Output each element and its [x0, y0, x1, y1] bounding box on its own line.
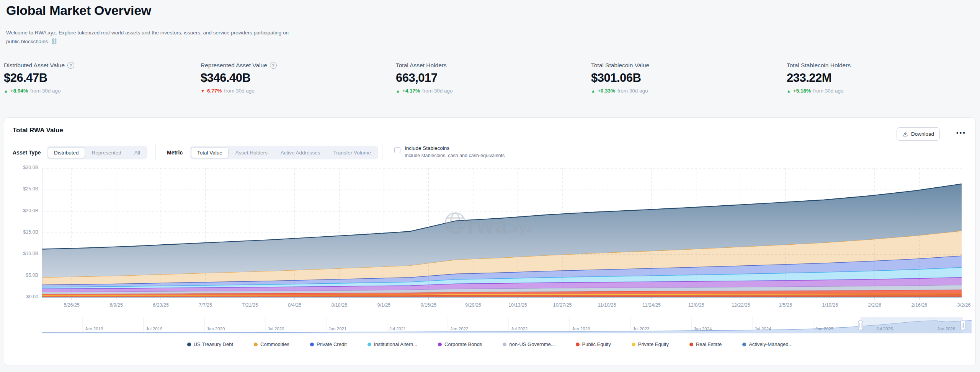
stat-distributed-asset-value: Distributed Asset Value ? $26.47B ▲ +8.9… — [4, 62, 195, 94]
x-axis-label: 3/2/26 — [957, 302, 971, 308]
minimap-label: Jan 2022 — [450, 327, 468, 331]
delta-arrow-icon: ▼ — [201, 89, 205, 93]
minimap-label: Jan 2024 — [694, 327, 712, 331]
stat-total-asset-holders: Total Asset Holders 663,017 ▲ +4.17% fro… — [396, 62, 587, 94]
info-icon[interactable]: ? — [270, 62, 277, 69]
stat-value: $301.06B — [591, 71, 782, 85]
legend-item-commodities[interactable]: Commodities — [254, 341, 289, 347]
x-axis-label: 7/21/25 — [242, 302, 258, 308]
legend-dot — [503, 343, 506, 346]
page-description: Welcome to RWA.xyz. Explore tokenized re… — [6, 28, 289, 46]
page-description-line1: Welcome to RWA.xyz. Explore tokenized re… — [6, 28, 289, 37]
option-transfer-volume[interactable]: Transfer Volume — [327, 147, 377, 158]
minimap-label: Jul 2025 — [876, 327, 893, 331]
stat-label: Total Stablecoin Holders — [787, 62, 851, 69]
stat-value: $346.40B — [201, 71, 392, 85]
stat-value: $26.47B — [4, 71, 195, 85]
include-stablecoins-checkbox[interactable] — [394, 147, 400, 153]
x-axis-label: 7/7/25 — [199, 302, 212, 308]
stat-label: Total Stablecoin Value — [591, 62, 649, 69]
delta-arrow-icon: ▲ — [4, 89, 8, 93]
x-axis-label: 8/4/25 — [288, 302, 301, 308]
legend-label: Public Equity — [582, 341, 611, 347]
minimap-label: Jul 2020 — [268, 327, 284, 331]
x-axis-label: 12/22/25 — [732, 302, 750, 308]
legend-label: Institutional Altern... — [374, 341, 417, 347]
delta-period: from 30d ago — [422, 88, 453, 94]
option-represented[interactable]: Represented — [86, 147, 127, 158]
legend-dot — [689, 343, 693, 346]
x-axis-label: 2/2/26 — [868, 302, 882, 308]
legend-dot — [438, 343, 442, 346]
legend-label: US Treasury Debt — [194, 341, 233, 347]
legend-dot — [310, 343, 314, 346]
legend-item-private-equity[interactable]: Private Equity — [632, 341, 669, 347]
delta-period: from 30d ago — [813, 88, 844, 94]
global-market-overview-page: Global Market Overview Welcome to RWA.xy… — [0, 0, 980, 372]
globe-icon — [443, 211, 467, 235]
legend-dot — [742, 343, 746, 346]
watermark-text: rwa — [467, 214, 508, 236]
asset-type-segmented-control: DistributedRepresentedAll — [47, 146, 147, 159]
legend-item-non-us-governme-[interactable]: non-US Governme... — [503, 341, 555, 347]
minimap-handle-left[interactable] — [858, 321, 863, 330]
y-axis-label: $30.0B — [11, 165, 38, 170]
rwa-watermark: rwa .xyz — [443, 211, 533, 236]
divider — [155, 144, 156, 161]
x-axis-label: 6/9/25 — [109, 302, 123, 308]
legend-label: Real Estate — [696, 341, 722, 347]
stat-label: Distributed Asset Value — [4, 62, 65, 69]
legend-item-real-estate[interactable]: Real Estate — [689, 341, 722, 347]
y-axis-label: $0.00 — [11, 294, 38, 299]
x-axis-label: 6/23/25 — [153, 302, 169, 308]
legend-item-institutional-altern-[interactable]: Institutional Altern... — [368, 341, 417, 347]
minimap-label: Jan 2026 — [937, 327, 955, 331]
chart-title: Total RWA Value — [13, 127, 63, 134]
delta-percent: 6.77% — [207, 88, 222, 94]
option-asset-holders[interactable]: Asset Holders — [229, 147, 274, 158]
x-axis-label: 2/16/26 — [911, 302, 928, 308]
page-title: Global Market Overview — [6, 3, 151, 18]
download-button[interactable]: Download — [897, 127, 940, 141]
delta-period: from 30d ago — [224, 88, 255, 94]
legend-item-corporate-bonds[interactable]: Corporate Bonds — [438, 341, 482, 347]
delta-percent: +5.18% — [793, 88, 811, 94]
stat-value: 663,017 — [396, 71, 587, 85]
delta-arrow-icon: ▲ — [591, 89, 595, 93]
legend-label: Actively-Managed... — [749, 341, 792, 347]
delta-period: from 30d ago — [30, 88, 61, 94]
legend-dot — [576, 343, 580, 346]
legend-dot — [368, 343, 371, 346]
watermark-suffix: .xyz — [508, 219, 533, 236]
legend-dot — [632, 343, 635, 346]
option-distributed[interactable]: Distributed — [48, 147, 85, 158]
minimap-label: Jan 2023 — [572, 327, 590, 331]
legend-item-private-credit[interactable]: Private Credit — [310, 341, 347, 347]
x-axis-label: 11/24/25 — [642, 302, 661, 308]
legend-item-us-treasury-debt[interactable]: US Treasury Debt — [187, 341, 233, 347]
minimap-label: Jul 2023 — [633, 327, 649, 331]
minimap-label: Jul 2021 — [389, 327, 406, 331]
legend-item-actively-managed-[interactable]: Actively-Managed... — [742, 341, 792, 347]
info-icon[interactable]: ? — [67, 62, 74, 69]
option-active-addresses[interactable]: Active Addresses — [274, 147, 327, 158]
y-axis-label: $10.0B — [11, 251, 38, 256]
minimap-label: Jan 2019 — [85, 327, 103, 331]
x-axis-label: 5/26/25 — [64, 302, 80, 308]
more-options-button[interactable]: ••• — [954, 129, 969, 137]
legend-label: Corporate Bonds — [444, 341, 482, 347]
download-label: Download — [911, 131, 934, 137]
legend-label: Private Equity — [638, 341, 669, 347]
x-axis-label: 12/8/25 — [688, 302, 704, 308]
minimap-handle-right[interactable] — [960, 321, 965, 330]
legend-item-public-equity[interactable]: Public Equity — [576, 341, 611, 347]
legend-dot — [254, 343, 258, 346]
legend-label: Private Credit — [317, 341, 347, 347]
minimap-label: Jan 2021 — [328, 327, 346, 331]
delta-period: from 30d ago — [617, 88, 648, 94]
minimap-label: Jul 2024 — [755, 327, 771, 331]
option-total-value[interactable]: Total Value — [191, 147, 229, 158]
include-stablecoins-label: Include Stablecoins — [405, 145, 449, 151]
option-all[interactable]: All — [128, 147, 146, 158]
x-axis-label: 9/1/25 — [377, 302, 390, 308]
